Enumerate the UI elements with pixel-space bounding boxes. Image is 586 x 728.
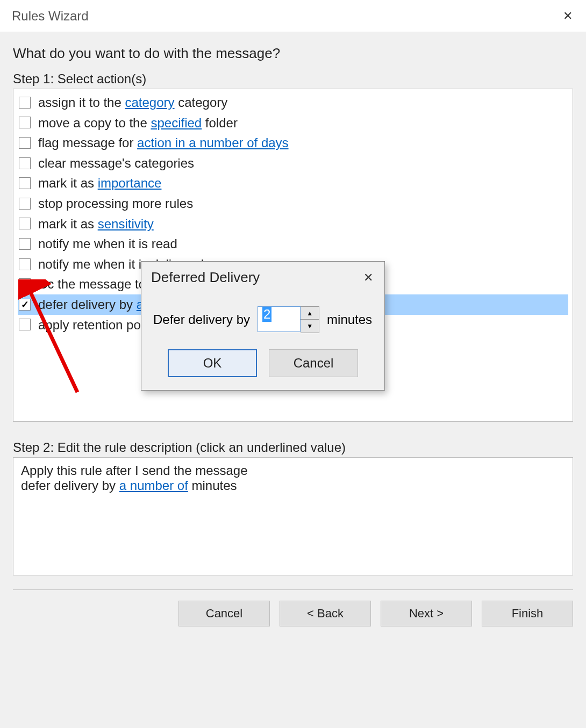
action-checkbox[interactable] [19,198,31,210]
dialog-titlebar: Deferred Delivery ✕ [141,262,384,290]
action-label: apply retention po [38,316,141,334]
action-label: move a copy to the specified folder [38,114,238,132]
rule-desc-link-number[interactable]: a number of [119,478,188,493]
action-row[interactable]: mark it as importance [18,173,568,193]
back-button[interactable]: < Back [280,601,371,626]
action-label: mark it as importance [38,174,161,192]
action-label: assign it to the category category [38,93,227,112]
spinner-down-icon[interactable]: ▼ [301,320,319,333]
action-label: mark it as sensitivity [38,215,154,233]
finish-button[interactable]: Finish [482,601,573,626]
action-link[interactable]: category [125,95,174,110]
dialog-cancel-button[interactable]: Cancel [269,349,358,377]
step1-label: Step 1: Select action(s) [13,71,573,87]
action-checkbox[interactable] [19,278,31,290]
action-row[interactable]: stop processing more rules [18,193,568,214]
action-link[interactable]: sensitivity [98,217,154,231]
rule-description-box: Apply this rule after I send the message… [13,457,573,575]
next-button[interactable]: Next > [381,601,472,626]
action-checkbox[interactable] [19,258,31,270]
action-link[interactable]: action in a number of days [137,135,289,150]
cancel-button[interactable]: Cancel [178,601,270,626]
action-label: Cc the message to [38,275,146,293]
dialog-title: Deferred Delivery [151,269,260,286]
close-icon[interactable]: ✕ [561,9,574,23]
action-checkbox[interactable] [19,157,31,169]
wizard-buttons: Cancel < Back Next > Finish [13,601,573,626]
defer-row: Defer delivery by 2 ▲ ▼ minutes [153,306,373,333]
action-checkbox[interactable] [19,299,31,311]
action-link[interactable]: specified [151,116,202,130]
action-label: stop processing more rules [38,194,193,213]
action-checkbox[interactable] [19,238,31,250]
action-row[interactable]: notify me when it is read [18,234,568,254]
spinner-up-icon[interactable]: ▲ [301,307,319,320]
action-row[interactable]: flag message for action in a number of d… [18,133,568,153]
rule-desc-line2: defer delivery by a number of minutes [21,478,565,493]
action-link[interactable]: importance [98,176,162,190]
action-checkbox[interactable] [19,97,31,109]
action-label: notify me when it is read [38,235,177,253]
action-label: clear message's categories [38,154,194,172]
action-checkbox[interactable] [19,218,31,229]
separator [13,589,573,590]
action-row[interactable]: move a copy to the specified folder [18,113,568,133]
minutes-spinner: 2 ▲ ▼ [258,306,319,333]
dialog-close-icon[interactable]: ✕ [362,271,375,285]
defer-unit: minutes [327,312,372,327]
action-checkbox[interactable] [19,177,31,189]
action-checkbox[interactable] [19,137,31,149]
defer-label: Defer delivery by [153,312,250,327]
action-row[interactable]: clear message's categories [18,153,568,174]
titlebar: Rules Wizard ✕ [0,0,586,32]
action-row[interactable]: assign it to the category category [18,92,568,113]
window-title: Rules Wizard [12,9,89,24]
minutes-input[interactable]: 2 [258,306,301,332]
deferred-delivery-dialog: Deferred Delivery ✕ Defer delivery by 2 … [141,261,385,391]
action-label: flag message for action in a number of d… [38,134,289,152]
step2-label: Step 2: Edit the rule description (click… [13,440,573,455]
action-label: defer delivery by a [38,295,144,314]
action-row[interactable]: mark it as sensitivity [18,214,568,234]
action-checkbox[interactable] [19,319,31,330]
action-checkbox[interactable] [19,117,31,128]
page-heading: What do you want to do with the message? [13,45,573,62]
rule-desc-line1: Apply this rule after I send the message [21,463,565,478]
dialog-ok-button[interactable]: OK [168,349,257,377]
